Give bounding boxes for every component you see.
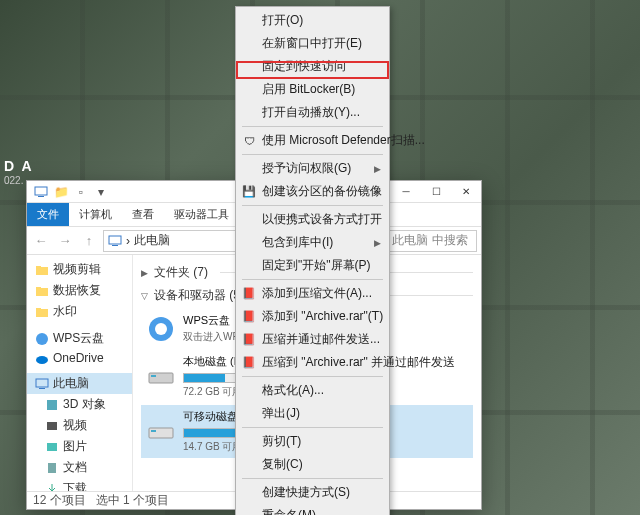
menu-label: 创建快捷方式(S)	[262, 484, 350, 501]
menu-label: 授予访问权限(G)	[262, 160, 351, 177]
rar-icon: 📕	[242, 310, 256, 324]
menu-label: 在新窗口中打开(E)	[262, 35, 362, 52]
svg-rect-12	[36, 379, 48, 387]
menu-label: 添加到 "Archive.rar"(T)	[262, 308, 383, 325]
video-icon	[45, 419, 59, 433]
tree-label: 数据恢复	[53, 282, 101, 299]
dropdown-icon[interactable]: ▾	[93, 184, 109, 200]
menu-separator	[242, 205, 383, 206]
menu-item[interactable]: 固定到快速访问	[238, 55, 387, 78]
menu-item[interactable]: 📕添加到压缩文件(A)...	[238, 282, 387, 305]
wps-icon	[147, 315, 175, 343]
menu-item[interactable]: 启用 BitLocker(B)	[238, 78, 387, 101]
submenu-arrow-icon: ▶	[374, 238, 381, 248]
menu-item[interactable]: 重命名(M)	[238, 504, 387, 515]
tree-item[interactable]: 水印	[27, 301, 132, 322]
tree-label: 视频	[63, 417, 87, 434]
tree-label: 下载	[63, 480, 87, 491]
up-button[interactable]: ↑	[79, 231, 99, 251]
menu-item[interactable]: 固定到"开始"屏幕(P)	[238, 254, 387, 277]
menu-label: 添加到压缩文件(A)...	[262, 285, 372, 302]
status-selected: 选中 1 个项目	[96, 492, 169, 509]
tree-item[interactable]: OneDrive	[27, 349, 132, 367]
folder-icon	[35, 305, 49, 319]
close-button[interactable]: ✕	[451, 181, 481, 203]
desktop-subtext: 022.	[4, 175, 23, 186]
tree-label: 水印	[53, 303, 77, 320]
nav-tree[interactable]: 视频剪辑数据恢复水印WPS云盘OneDrive此电脑3D 对象视频图片文档下载音…	[27, 255, 133, 491]
backup-icon: 💾	[242, 185, 256, 199]
menu-item[interactable]: 剪切(T)	[238, 430, 387, 453]
tab-drivetools[interactable]: 驱动器工具	[164, 203, 239, 226]
menu-label: 复制(C)	[262, 456, 303, 473]
pc-icon	[35, 377, 49, 391]
tree-item[interactable]: 视频	[27, 415, 132, 436]
tab-view[interactable]: 查看	[122, 203, 164, 226]
svg-rect-3	[112, 245, 118, 246]
menu-item[interactable]: 弹出(J)	[238, 402, 387, 425]
svg-rect-14	[47, 400, 57, 410]
menu-item[interactable]: 在新窗口中打开(E)	[238, 32, 387, 55]
search-placeholder: 在 此电脑 中搜索	[377, 232, 468, 249]
tree-label: 3D 对象	[63, 396, 106, 413]
menu-item[interactable]: 💾创建该分区的备份镜像	[238, 180, 387, 203]
menu-item[interactable]: 📕压缩到 "Archive.rar" 并通过邮件发送	[238, 351, 387, 374]
rar-icon: 📕	[242, 356, 256, 370]
menu-item[interactable]: 创建快捷方式(S)	[238, 481, 387, 504]
menu-item[interactable]: 🛡使用 Microsoft Defender扫描...	[238, 129, 387, 152]
svg-rect-16	[47, 443, 57, 451]
svg-rect-7	[36, 287, 41, 290]
back-button[interactable]: ←	[31, 231, 51, 251]
desktop-text: D A	[4, 158, 34, 174]
group-label: 文件夹 (7)	[154, 264, 208, 281]
usb-icon	[147, 418, 175, 446]
tree-item[interactable]: 图片	[27, 436, 132, 457]
menu-label: 创建该分区的备份镜像	[262, 183, 382, 200]
menu-item[interactable]: 复制(C)	[238, 453, 387, 476]
folder-icon[interactable]: 📁	[53, 184, 69, 200]
tab-computer[interactable]: 计算机	[69, 203, 122, 226]
menu-item[interactable]: 授予访问权限(G)▶	[238, 157, 387, 180]
doc-icon	[45, 461, 59, 475]
tree-item[interactable]: 此电脑	[27, 373, 132, 394]
submenu-arrow-icon: ▶	[374, 164, 381, 174]
svg-rect-9	[36, 308, 41, 311]
breadcrumb[interactable]: 此电脑	[134, 232, 170, 249]
shield-icon: 🛡	[242, 134, 256, 148]
tab-file[interactable]: 文件	[27, 203, 69, 226]
status-count: 12 个项目	[33, 492, 86, 509]
tree-item[interactable]: 3D 对象	[27, 394, 132, 415]
tree-label: 视频剪辑	[53, 261, 101, 278]
menu-item[interactable]: 打开自动播放(Y)...	[238, 101, 387, 124]
tree-label: 文档	[63, 459, 87, 476]
menu-item[interactable]: 📕压缩并通过邮件发送...	[238, 328, 387, 351]
menu-label: 启用 BitLocker(B)	[262, 81, 355, 98]
svg-rect-13	[39, 388, 45, 389]
forward-button[interactable]: →	[55, 231, 75, 251]
tree-item[interactable]: 数据恢复	[27, 280, 132, 301]
tree-item[interactable]: 文档	[27, 457, 132, 478]
menu-item[interactable]: 以便携式设备方式打开	[238, 208, 387, 231]
menu-item[interactable]: 格式化(A)...	[238, 379, 387, 402]
menu-label: 剪切(T)	[262, 433, 301, 450]
maximize-button[interactable]: ☐	[421, 181, 451, 203]
minimize-button[interactable]: ─	[391, 181, 421, 203]
disk-icon	[147, 363, 175, 391]
svg-rect-2	[109, 236, 121, 244]
chevron-right-icon: ▶	[141, 268, 148, 278]
menu-label: 重命名(M)	[262, 507, 316, 515]
onedrive-icon	[35, 351, 49, 365]
menu-separator	[242, 478, 383, 479]
menu-item[interactable]: 包含到库中(I)▶	[238, 231, 387, 254]
tree-item[interactable]: WPS云盘	[27, 328, 132, 349]
menu-label: 固定到快速访问	[262, 58, 346, 75]
tree-item[interactable]: 下载	[27, 478, 132, 491]
menu-item[interactable]: 📕添加到 "Archive.rar"(T)	[238, 305, 387, 328]
svg-rect-30	[151, 430, 156, 432]
props-icon[interactable]: ▫	[73, 184, 89, 200]
menu-separator	[242, 279, 383, 280]
rar-icon: 📕	[242, 333, 256, 347]
tree-item[interactable]: 视频剪辑	[27, 259, 132, 280]
svg-rect-28	[151, 375, 156, 377]
menu-item[interactable]: 打开(O)	[238, 9, 387, 32]
